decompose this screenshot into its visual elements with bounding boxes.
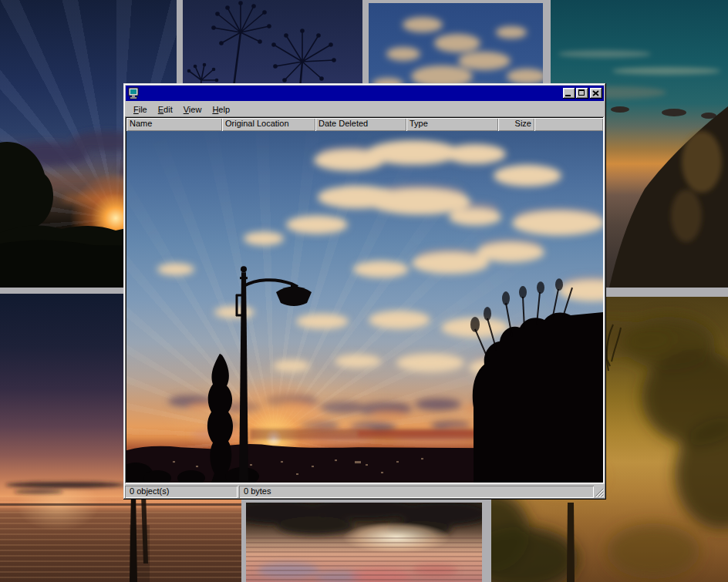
resize-grip[interactable] — [595, 486, 605, 498]
maximize-icon — [578, 89, 585, 96]
recycle-bin-window: File Edit View Help Name Original Locati… — [123, 83, 606, 500]
column-header-name[interactable]: Name — [126, 118, 222, 131]
computer-icon — [127, 87, 140, 99]
menu-file[interactable]: File — [128, 103, 153, 116]
status-total-size: 0 bytes — [239, 486, 594, 498]
minimize-icon — [565, 95, 571, 96]
wallpaper-photo-water-reflection — [246, 503, 482, 582]
photo-foreground-silhouettes — [126, 131, 603, 483]
column-header-stub[interactable] — [534, 118, 603, 131]
column-header-original-location[interactable]: Original Location — [222, 118, 315, 131]
status-object-count: 0 object(s) — [125, 486, 238, 498]
column-header-size[interactable]: Size — [498, 118, 534, 131]
menu-view[interactable]: View — [178, 103, 207, 116]
list-view: Name Original Location Date Deleted Type… — [125, 116, 605, 484]
desktop: { "window": { "title": "", "menu": { "it… — [0, 0, 728, 582]
maximize-button[interactable] — [576, 88, 588, 99]
column-header-row: Name Original Location Date Deleted Type… — [126, 118, 603, 131]
menu-help[interactable]: Help — [207, 103, 235, 116]
column-header-date-deleted[interactable]: Date Deleted — [315, 118, 406, 131]
ripple-layer — [246, 537, 482, 582]
close-button[interactable] — [590, 88, 602, 99]
menu-edit[interactable]: Edit — [153, 103, 178, 116]
deleted-items-viewport[interactable] — [126, 131, 603, 483]
close-icon — [592, 90, 599, 96]
column-header-type[interactable]: Type — [406, 118, 498, 131]
title-bar[interactable] — [126, 86, 604, 101]
resize-grip-icon — [595, 488, 604, 497]
status-bar: 0 object(s) 0 bytes — [125, 486, 605, 498]
minimize-button[interactable] — [563, 88, 575, 99]
menu-bar: File Edit View Help — [125, 102, 605, 116]
